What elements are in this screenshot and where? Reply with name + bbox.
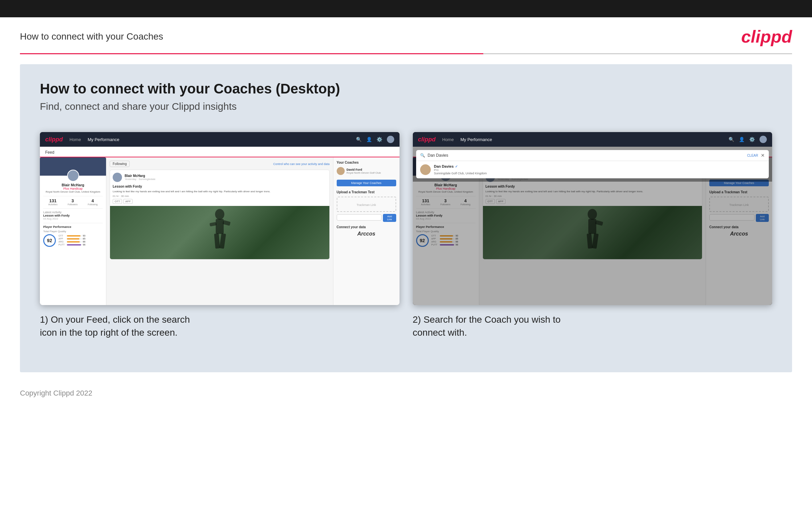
coaches-title-1: Your Coaches <box>337 161 396 164</box>
post-body-1: Lesson with Fordy Looking to feel like m… <box>110 185 329 206</box>
stat-activities: 131 Activities <box>48 198 57 206</box>
profile-info-1: Blair McHarg Plus Handicap Royal North D… <box>43 183 103 193</box>
screenshots-row: clippd Home My Performance 🔍 👤 ⚙️ Feed <box>40 132 772 339</box>
search-bar-container: 🔍 Dan Davies CLEAR ✕ Dan Davies ✓ <box>416 150 769 178</box>
content-heading: How to connect with your Coaches (Deskto… <box>40 81 772 97</box>
main-content: How to connect with your Coaches (Deskto… <box>20 64 792 372</box>
result-avatar <box>420 164 431 175</box>
top-bar <box>0 0 812 17</box>
user-icon-1[interactable]: 👤 <box>366 137 372 142</box>
right-panel-1: Your Coaches David Ford Royal North Devo… <box>333 157 399 305</box>
search-overlay: 🔍 Dan Davies CLEAR ✕ Dan Davies ✓ <box>413 147 772 182</box>
avatar-icon-2[interactable] <box>760 136 767 143</box>
clear-button[interactable]: CLEAR <box>747 154 758 157</box>
coach-avatar-1 <box>337 167 345 175</box>
footer: Copyright Clippd 2022 <box>0 382 812 404</box>
stat-following-label: Following <box>88 203 98 206</box>
coach-club-1: Royal North Devon Golf Club <box>347 171 381 174</box>
verified-icon: ✓ <box>455 165 458 168</box>
profile-banner-1 <box>40 157 106 176</box>
left-panel-1: Blair McHarg Plus Handicap Royal North D… <box>40 157 106 305</box>
profile-name-1: Blair McHarg <box>43 183 103 187</box>
stat-followers-label: Followers <box>68 203 78 206</box>
following-control-1: Following Control who can see your activ… <box>110 161 330 167</box>
app-nav-1: clippd Home My Performance 🔍 👤 ⚙️ <box>40 132 399 147</box>
copyright-text: Copyright Clippd 2022 <box>20 389 92 397</box>
coach-item-1: David Ford Royal North Devon Golf Club <box>337 167 396 175</box>
clippd-logo: clippd <box>741 27 792 47</box>
close-search-button[interactable]: ✕ <box>761 153 765 158</box>
post-meta-1: Yesterday · Sunningledale <box>125 178 155 181</box>
add-link-btn-1[interactable]: Add Link <box>383 214 396 222</box>
middle-panel-1: Following Control who can see your activ… <box>106 157 333 305</box>
feed-tab-bar-1: Feed <box>40 147 399 157</box>
svg-rect-2 <box>209 222 217 226</box>
app-body-1: Blair McHarg Plus Handicap Royal North D… <box>40 157 399 305</box>
profile-info-2: Blair McHarg Plus Handicap Royal North D… <box>416 183 476 193</box>
profile-hcap-2: Plus Handicap <box>416 187 476 190</box>
score-bars-1: OTT90 APP85 ARG86 PUTT96 <box>58 235 87 247</box>
search-icon-1[interactable]: 🔍 <box>356 137 362 142</box>
profile-club-1: Royal North Devon Golf Club, United King… <box>43 190 103 193</box>
settings-icon-1[interactable]: ⚙️ <box>377 137 382 142</box>
stat-followers-val: 3 <box>68 198 78 203</box>
search-result-item[interactable]: Dan Davies ✓ Pro Sunningdale Golf Club, … <box>416 161 769 178</box>
latest-activity-2: Latest Activity Lesson with Fordy 03 Aug… <box>416 208 476 220</box>
upload-title-1: Upload a Trackman Test <box>337 190 396 194</box>
search-input-text[interactable]: Dan Davies <box>428 153 745 158</box>
profile-stats-1: 131 Activities 3 Followers 4 Following <box>43 196 103 206</box>
stat-following: 4 Following <box>88 198 98 206</box>
tag-off: OTT <box>113 199 122 204</box>
feed-tab-1[interactable]: Feed <box>45 150 54 157</box>
following-button-1[interactable]: Following <box>110 161 130 167</box>
player-perf-1: Player Performance Total Player Quality … <box>43 223 103 247</box>
trackman-box-1: Trackman Link <box>337 197 396 212</box>
post-header-1: Blair McHarg Yesterday · Sunningledale <box>110 170 329 185</box>
player-perf-2: Player Performance Total Player Quality … <box>416 223 476 247</box>
stat-followers: 3 Followers <box>68 198 78 206</box>
post-image-1 <box>110 206 329 259</box>
stat-following-val: 4 <box>88 198 98 203</box>
app-nav-icons-2: 🔍 👤 ⚙️ <box>728 136 767 143</box>
app-nav-2: clippd Home My Performance 🔍 👤 ⚙️ <box>413 132 772 147</box>
svg-point-0 <box>215 209 224 220</box>
svg-rect-4 <box>214 234 220 249</box>
add-link-btn-2[interactable]: Add Link <box>756 214 769 222</box>
trackman-input-2[interactable] <box>709 214 755 220</box>
header-divider <box>20 53 792 54</box>
connect-title-1: Connect your data <box>337 225 396 229</box>
app-nav-icons-1: 🔍 👤 ⚙️ <box>356 136 394 143</box>
trackman-input-1[interactable] <box>337 214 382 220</box>
svg-rect-8 <box>595 220 603 226</box>
svg-rect-9 <box>587 234 592 249</box>
avatar-icon-1[interactable] <box>387 136 394 143</box>
pp-sub-1: Total Player Quality <box>43 230 103 233</box>
svg-rect-10 <box>592 233 599 249</box>
arccos-logo-1: Arccos <box>337 231 396 237</box>
control-link-1[interactable]: Control who can see your activity and da… <box>273 162 330 166</box>
screenshot-block-1: clippd Home My Performance 🔍 👤 ⚙️ Feed <box>40 132 399 339</box>
search-icon-2[interactable]: 🔍 <box>728 137 734 142</box>
score-circle-1: 92 <box>43 234 56 247</box>
manage-coaches-btn-1[interactable]: Manage Your Coaches <box>337 180 396 186</box>
profile-club-2: Royal North Devon Golf Club, United King… <box>416 190 476 193</box>
settings-icon-2[interactable]: ⚙️ <box>749 137 755 142</box>
app-logo-2: clippd <box>418 136 436 143</box>
user-icon-2[interactable]: 👤 <box>739 137 745 142</box>
profile-hcap-1: Plus Handicap <box>43 187 103 190</box>
la-name-1: Lesson with Fordy <box>43 214 103 217</box>
coach-name-1: David Ford <box>347 168 381 171</box>
content-subheading: Find, connect and share your Clippd insi… <box>40 101 772 112</box>
caption-1: 1) On your Feed, click on the searchicon… <box>40 313 399 339</box>
result-name: Dan Davies ✓ <box>434 164 487 168</box>
post-duration-1: 01 hr : 30 min <box>113 195 327 198</box>
nav-performance-2: My Performance <box>460 137 492 142</box>
post-avatar-1 <box>113 173 122 182</box>
post-user-1: Blair McHarg <box>125 174 155 178</box>
profile-stats-2: 131Activities 3Followers 4Following <box>416 196 476 206</box>
nav-home-2: Home <box>442 137 454 142</box>
result-role: Pro <box>434 168 487 172</box>
la-title-1: Latest Activity <box>43 211 103 214</box>
trackman-placeholder-1: Trackman Link <box>356 203 376 207</box>
caption-2: 2) Search for the Coach you wish toconne… <box>413 313 772 339</box>
